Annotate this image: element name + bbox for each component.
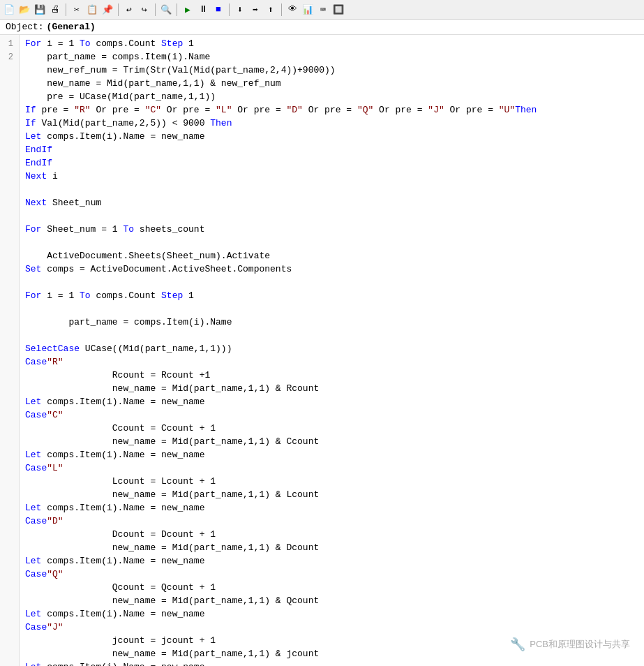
line-number — [3, 462, 16, 475]
code-content[interactable]: For i = 1 To comps.Count Step 1 part_nam… — [20, 35, 644, 666]
line-number — [3, 542, 16, 555]
code-line: new_name = Mid(part_name,1,1) & Lcount — [25, 489, 638, 502]
redo-icon[interactable]: ↪ — [138, 3, 151, 16]
line-number — [3, 263, 16, 276]
line-number — [3, 502, 16, 515]
code-line: Case "L" — [25, 462, 638, 475]
new-file-icon[interactable]: 📄 — [3, 3, 15, 16]
line-number — [3, 449, 16, 462]
line-number — [3, 210, 16, 223]
line-number — [3, 369, 16, 383]
line-number — [3, 422, 16, 436]
code-line: ActiveDocument.Sheets(Sheet_num).Activat… — [25, 250, 638, 263]
line-number — [3, 383, 16, 396]
code-line: Let comps.Item(i).Name = new_name — [25, 131, 638, 144]
code-line: part_name = comps.Item(i).Name — [25, 316, 638, 330]
line-number — [3, 303, 16, 316]
object-browser-icon[interactable]: 🔲 — [332, 3, 345, 16]
line-number — [3, 608, 16, 621]
watermark: 🔧PCB和原理图设计与共享 — [510, 637, 630, 652]
line-number — [3, 635, 16, 648]
save-icon[interactable]: 💾 — [33, 3, 46, 16]
code-line: Select Case UCase((Mid(part_name,1,1))) — [25, 343, 638, 356]
line-number — [3, 582, 16, 595]
undo-icon[interactable]: ↩ — [123, 3, 135, 16]
line-number — [3, 144, 16, 157]
code-line: If pre = "R" Or pre = "C" Or pre = "L" O… — [25, 104, 638, 117]
object-label: Object: — [6, 22, 44, 32]
immediate-icon[interactable]: ⌨ — [317, 3, 329, 16]
code-line: Let comps.Item(i).Name = new_name — [25, 396, 638, 409]
line-number — [3, 77, 16, 91]
code-line: Let comps.Item(i).Name = new_name — [25, 502, 638, 515]
code-line: Dcount = Dcount + 1 — [25, 528, 638, 542]
pause-icon[interactable]: ⏸ — [197, 3, 209, 16]
line-number — [3, 409, 16, 422]
run-icon[interactable]: ▶ — [181, 3, 194, 16]
line-number — [3, 64, 16, 77]
watch-icon[interactable]: 👁 — [286, 3, 299, 16]
line-number — [3, 489, 16, 502]
code-line — [25, 210, 638, 223]
line-number — [3, 197, 16, 210]
watermark-text: PCB和原理图设计与共享 — [530, 638, 630, 651]
open-file-icon[interactable]: 📂 — [18, 3, 31, 16]
step-over-icon[interactable]: ➡ — [249, 3, 262, 16]
code-line: Case "C" — [25, 409, 638, 422]
code-line: Case "R" — [25, 356, 638, 369]
line-number — [3, 316, 16, 330]
code-line: For Sheet_num = 1 To sheets_count — [25, 223, 638, 237]
line-number — [3, 330, 16, 343]
line-number — [3, 117, 16, 131]
line-number — [3, 184, 16, 197]
stop-icon[interactable]: ■ — [212, 3, 225, 16]
line-number — [3, 396, 16, 409]
code-line: Let comps.Item(i).Name = new_name — [25, 661, 638, 666]
line-number — [3, 475, 16, 489]
code-line — [25, 237, 638, 250]
toolbar: 📄 📂 💾 🖨 ✂ 📋 📌 ↩ ↪ 🔍 ▶ ⏸ ■ ⬇ ➡ ⬆ 👁 📊 ⌨ 🔲 — [0, 0, 644, 20]
code-line: new_name = Mid(part_name,1,1) & Qcount — [25, 595, 638, 608]
find-icon[interactable]: 🔍 — [160, 3, 172, 16]
code-line: Let comps.Item(i).Name = new_name — [25, 449, 638, 462]
line-number — [3, 528, 16, 542]
line-number — [3, 595, 16, 608]
line-number: 1 — [3, 38, 16, 51]
line-number — [3, 343, 16, 356]
code-line: pre = UCase(Mid(part_name,1,1)) — [25, 91, 638, 104]
line-number — [3, 170, 16, 184]
code-line: Let comps.Item(i).Name = new_name — [25, 608, 638, 621]
line-number — [3, 661, 16, 666]
print-icon[interactable]: 🖨 — [49, 3, 61, 16]
code-line: Let comps.Item(i).Name = new_name — [25, 555, 638, 568]
locals-icon[interactable]: 📊 — [301, 3, 314, 16]
code-area: 12 For i = 1 To comps.Count Step 1 part_… — [0, 35, 644, 666]
line-number — [3, 648, 16, 661]
line-number — [3, 356, 16, 369]
step-into-icon[interactable]: ⬇ — [234, 3, 246, 16]
line-number — [3, 276, 16, 290]
line-number — [3, 250, 16, 263]
line-number — [3, 436, 16, 449]
code-line: part_name = comps.Item(i).Name — [25, 51, 638, 64]
line-number — [3, 555, 16, 568]
line-number — [3, 237, 16, 250]
cut-icon[interactable]: ✂ — [70, 3, 83, 16]
code-line: For i = 1 To comps.Count Step 1 — [25, 38, 638, 51]
code-line: For i = 1 To comps.Count Step 1 — [25, 290, 638, 303]
paste-icon[interactable]: 📌 — [101, 3, 114, 16]
step-out-icon[interactable]: ⬆ — [264, 3, 277, 16]
code-line: new_name = Mid(part_name,1,1) & Ccount — [25, 436, 638, 449]
line-numbers: 12 — [0, 35, 20, 666]
watermark-icon: 🔧 — [510, 637, 525, 652]
code-line: Set comps = ActiveDocument.ActiveSheet.C… — [25, 263, 638, 276]
code-line: Next i — [25, 170, 638, 184]
line-number — [3, 131, 16, 144]
code-line: new_name = Mid(part_name,1,1) & Rcount — [25, 383, 638, 396]
code-line — [25, 330, 638, 343]
object-value: (General) — [47, 22, 96, 32]
code-line: Qcount = Qcount + 1 — [25, 582, 638, 595]
copy-icon[interactable]: 📋 — [86, 3, 98, 16]
object-bar: Object: (General) — [0, 20, 644, 35]
code-line: End If — [25, 157, 638, 170]
